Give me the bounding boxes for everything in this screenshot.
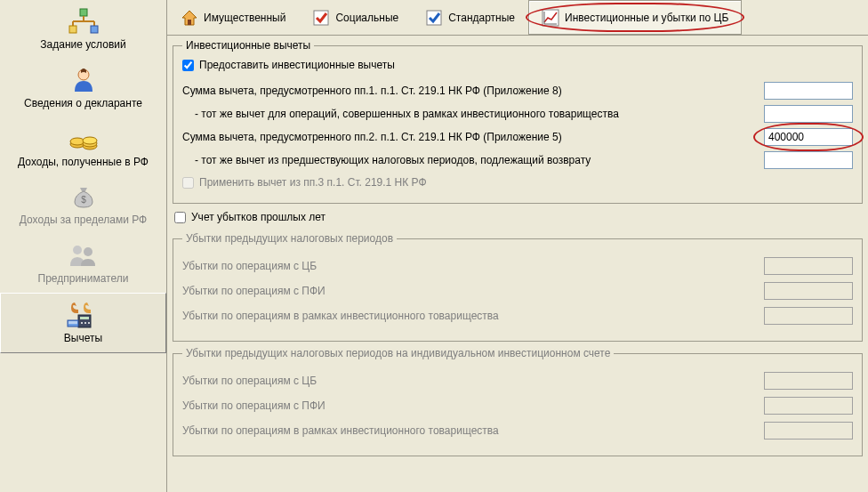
sidebar-item-deductions[interactable]: Вычеты <box>0 293 166 353</box>
checkbox-provide-invest[interactable]: Предоставить инвестиционные вычеты <box>182 59 395 71</box>
main: Имущественный Социальные Стандартные Инв… <box>167 0 868 492</box>
checkbox-track-losses[interactable]: Учет убытков прошлых лет <box>174 211 326 223</box>
checkbox-label: Учет убытков прошлых лет <box>191 211 326 223</box>
row-label: Сумма вычета, предусмотренного пп.2. п.1… <box>182 131 755 143</box>
svg-text:$: $ <box>81 195 86 205</box>
row-deduction-pp2-prev: - тот же вычет из предшествующих налогов… <box>182 151 853 169</box>
input-pp2[interactable] <box>764 128 853 146</box>
sidebar-item-conditions[interactable]: Задание условий <box>0 0 166 59</box>
input-loss-iis-cb <box>764 372 853 390</box>
tab-investments[interactable]: Инвестиционные и убытки по ЦБ <box>528 0 742 35</box>
input-pp2-prev[interactable] <box>764 151 853 169</box>
svg-rect-6 <box>91 26 98 33</box>
sidebar-item-income-abroad[interactable]: $ Доходы за пределами РФ <box>0 175 166 234</box>
svg-point-20 <box>88 322 90 324</box>
svg-point-9 <box>70 138 84 145</box>
svg-rect-22 <box>68 321 77 324</box>
svg-point-19 <box>84 322 86 324</box>
svg-point-18 <box>81 322 83 324</box>
row-loss-iis-pfi: Убытки по операциям с ПФИ <box>182 397 853 415</box>
person-icon <box>66 64 101 96</box>
group-legend: Убытки предыдущих налоговых периодов на … <box>182 347 614 359</box>
group-legend: Убытки предыдущих налоговых периодов <box>182 232 397 245</box>
group-losses-iis: Убытки предыдущих налоговых периодов на … <box>173 347 863 456</box>
row-label: Убытки по операциям с ПФИ <box>182 285 746 297</box>
row-label: - тот же вычет для операций, совершенных… <box>182 108 755 120</box>
row-label: Убытки по операциям с ЦБ <box>182 375 746 387</box>
row-loss-pfi: Убытки по операциям с ПФИ <box>182 282 853 300</box>
chart-icon <box>542 9 559 27</box>
group-losses-prev: Убытки предыдущих налоговых периодов Убы… <box>173 232 863 342</box>
row-label: Сумма вычета, предусмотренного пп.1. п.1… <box>182 85 755 97</box>
check-red-icon <box>312 9 330 27</box>
row-label: Убытки по операциям в рамках инвестицион… <box>182 424 746 437</box>
sidebar: Задание условий Сведения о декларанте До… <box>0 0 167 492</box>
content: Инвестиционные вычеты Предоставить инвес… <box>167 36 868 492</box>
input-loss-iis-partnership <box>764 422 853 440</box>
people-gear-icon <box>66 239 101 271</box>
tab-label: Имущественный <box>204 12 285 24</box>
sidebar-item-label: Предприниматели <box>38 273 129 286</box>
svg-rect-24 <box>314 11 328 25</box>
svg-point-14 <box>73 246 82 254</box>
input-pp1[interactable] <box>764 82 853 100</box>
sidebar-item-declarant[interactable]: Сведения о декларанте <box>0 59 166 117</box>
input-loss-cb <box>764 257 853 275</box>
input-pp1-partnership[interactable] <box>764 105 853 123</box>
row-label: Убытки по операциям с ЦБ <box>182 260 746 272</box>
tab-label: Инвестиционные и убытки по ЦБ <box>565 12 728 24</box>
input-loss-iis-pfi <box>764 397 853 415</box>
checkbox-input <box>182 177 194 189</box>
tab-standard[interactable]: Стандартные <box>412 0 528 35</box>
toolbar: Имущественный Социальные Стандартные Инв… <box>167 0 868 36</box>
row-loss-iis-partnership: Убытки по операциям в рамках инвестицион… <box>182 422 853 440</box>
row-label: - тот же вычет из предшествующих налогов… <box>182 154 755 166</box>
sidebar-item-label: Доходы, полученные в РФ <box>18 157 149 169</box>
tab-label: Стандартные <box>448 12 515 24</box>
svg-point-15 <box>84 247 92 256</box>
sidebar-item-income-rf[interactable]: Доходы, полученные в РФ <box>0 117 166 176</box>
input-loss-partnership <box>764 307 853 325</box>
tree-icon <box>66 5 101 37</box>
row-loss-partnership: Убытки по операциям в рамках инвестицион… <box>182 307 853 325</box>
group-invest: Инвестиционные вычеты Предоставить инвес… <box>173 39 863 204</box>
tab-social[interactable]: Социальные <box>299 0 412 35</box>
deductions-icon <box>66 299 101 331</box>
group-legend: Инвестиционные вычеты <box>182 39 314 52</box>
sidebar-item-label: Доходы за пределами РФ <box>20 214 147 227</box>
coins-icon <box>66 123 101 155</box>
svg-rect-0 <box>80 9 87 16</box>
svg-rect-17 <box>80 317 89 319</box>
row-label: Убытки по операциям с ПФИ <box>182 399 746 412</box>
row-loss-iis-cb: Убытки по операциям с ЦБ <box>182 372 853 390</box>
sidebar-item-label: Задание условий <box>40 39 125 52</box>
house-icon <box>181 9 198 27</box>
checkbox-input[interactable] <box>174 212 186 223</box>
checkbox-label: Предоставить инвестиционные вычеты <box>199 59 395 71</box>
input-loss-pfi <box>764 282 853 300</box>
sidebar-item-label: Сведения о декларанте <box>24 98 142 110</box>
row-loss-cb: Убытки по операциям с ЦБ <box>182 257 853 275</box>
svg-rect-23 <box>188 20 191 25</box>
checkbox-label: Применить вычет из пп.3 п.1. Ст. 219.1 Н… <box>199 176 427 189</box>
check-blue-icon <box>425 9 443 27</box>
svg-point-12 <box>83 137 97 144</box>
sidebar-item-entrepreneurs[interactable]: Предприниматели <box>0 234 166 293</box>
row-deduction-pp2: Сумма вычета, предусмотренного пп.2. п.1… <box>182 128 853 146</box>
svg-rect-25 <box>427 11 441 25</box>
row-deduction-pp1-partnership: - тот же вычет для операций, совершенных… <box>182 105 853 123</box>
tab-label: Социальные <box>335 12 398 24</box>
svg-rect-5 <box>69 26 76 33</box>
money-bag-icon: $ <box>66 181 101 213</box>
row-deduction-pp1: Сумма вычета, предусмотренного пп.1. п.1… <box>182 82 853 100</box>
row-label: Убытки по операциям в рамках инвестицион… <box>182 310 746 322</box>
sidebar-item-label: Вычеты <box>64 333 102 345</box>
checkbox-input[interactable] <box>182 60 194 71</box>
checkbox-apply-pp3: Применить вычет из пп.3 п.1. Ст. 219.1 Н… <box>182 176 427 189</box>
tab-property[interactable]: Имущественный <box>167 0 299 35</box>
